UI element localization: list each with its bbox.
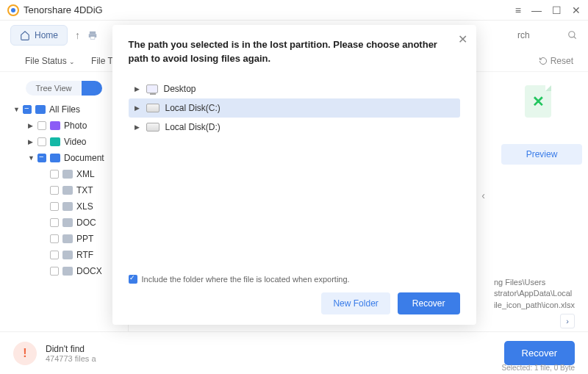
tree-item-rtf[interactable]: RTF xyxy=(0,247,128,263)
tree-item-txt[interactable]: TXT xyxy=(0,182,128,198)
file-path-display: ng Files\Users strator\AppData\Local ile… xyxy=(494,277,575,311)
other-view-tab[interactable] xyxy=(82,81,102,96)
checkbox[interactable] xyxy=(23,105,32,114)
dialog-buttons: New Folder Recover xyxy=(129,292,460,314)
svg-point-1 xyxy=(11,8,15,12)
preview-panel: ✕ Preview xyxy=(501,85,575,165)
next-page-button[interactable]: › xyxy=(560,314,575,328)
close-icon[interactable]: ✕ xyxy=(458,32,467,46)
caret-right-icon[interactable]: ▶ xyxy=(135,104,140,112)
svg-rect-2 xyxy=(90,32,96,35)
drive-icon xyxy=(146,123,159,132)
tree-view-tab[interactable]: Tree View xyxy=(26,81,82,96)
home-label: Home xyxy=(35,30,58,40)
new-folder-button[interactable]: New Folder xyxy=(321,292,390,314)
checkbox[interactable] xyxy=(37,137,46,146)
collapse-icon[interactable]: ‹ xyxy=(481,190,485,201)
caret-right-icon[interactable]: ▶ xyxy=(135,123,140,131)
reset-icon xyxy=(539,57,548,65)
reset-button[interactable]: Reset xyxy=(539,56,573,66)
desktop-icon xyxy=(146,84,158,93)
svg-point-5 xyxy=(569,32,575,37)
checkbox[interactable] xyxy=(50,218,59,227)
svg-rect-4 xyxy=(90,37,95,40)
include-folder-option[interactable]: Include the folder where the file is loc… xyxy=(129,275,460,284)
tree-item-xls[interactable]: XLS xyxy=(0,198,128,215)
tree-item-document[interactable]: ▼ Document xyxy=(0,150,128,166)
app-title: Tenorshare 4DDiG xyxy=(24,4,103,15)
search-box[interactable] xyxy=(517,30,578,40)
print-icon[interactable] xyxy=(87,30,98,40)
maximize-icon[interactable]: ☐ xyxy=(552,4,562,16)
excel-file-icon: ✕ xyxy=(525,85,551,118)
search-input[interactable] xyxy=(517,30,562,40)
path-list: ▶ Desktop ▶ Local Disk(C:) ▶ Local Disk(… xyxy=(129,79,460,137)
checkbox[interactable] xyxy=(50,186,59,195)
close-window-icon[interactable]: ✕ xyxy=(572,4,581,16)
checkbox[interactable] xyxy=(50,267,59,276)
checkbox-checked[interactable] xyxy=(129,275,137,284)
footer: ! Didn't find 474773 files a Recover xyxy=(0,331,588,374)
folder-icon xyxy=(50,154,60,162)
drive-icon xyxy=(146,104,159,112)
titlebar: Tenorshare 4DDiG ≡ — ☐ ✕ xyxy=(0,0,588,21)
tree-root[interactable]: ▼ All Files xyxy=(0,101,128,118)
tree-item-photo[interactable]: ▶ Photo xyxy=(0,118,128,134)
folder-icon xyxy=(50,137,60,146)
path-option-drive-c[interactable]: ▶ Local Disk(C:) xyxy=(129,98,460,118)
filter-file-type[interactable]: File T xyxy=(91,56,113,66)
tree-item-docx[interactable]: DOCX xyxy=(0,263,128,279)
selection-summary: Selected: 1 file, 0 Byte xyxy=(501,364,575,372)
tree-item-xml[interactable]: XML xyxy=(0,166,128,182)
caret-right-icon[interactable]: ▶ xyxy=(135,85,140,93)
view-toggle[interactable]: Tree View xyxy=(0,81,128,96)
tree-item-doc[interactable]: DOC xyxy=(0,215,128,231)
filter-file-status[interactable]: File Status ⌄ xyxy=(25,56,75,66)
window-controls: ≡ — ☐ ✕ xyxy=(515,4,581,16)
home-button[interactable]: Home xyxy=(10,25,68,46)
caret-right-icon[interactable]: ▶ xyxy=(28,122,34,129)
search-icon[interactable] xyxy=(567,30,578,40)
folder-icon xyxy=(62,218,73,227)
path-option-desktop[interactable]: ▶ Desktop xyxy=(129,79,460,98)
alert-icon: ! xyxy=(13,342,37,365)
tree-item-video[interactable]: ▶ Video xyxy=(0,134,128,150)
checkbox[interactable] xyxy=(37,121,46,130)
path-option-drive-d[interactable]: ▶ Local Disk(D:) xyxy=(129,118,460,137)
footer-message: Didn't find 474773 files a xyxy=(46,344,96,363)
folder-icon xyxy=(62,267,73,276)
dialog-recover-button[interactable]: Recover xyxy=(398,292,460,314)
menu-icon[interactable]: ≡ xyxy=(515,4,521,16)
folder-icon xyxy=(62,170,73,179)
file-tree: ▼ All Files ▶ Photo ▶ Video ▼ xyxy=(0,101,128,279)
folder-icon xyxy=(50,121,60,130)
folder-icon xyxy=(62,251,73,259)
checkbox[interactable] xyxy=(37,154,46,162)
folder-icon xyxy=(35,105,46,114)
checkbox[interactable] xyxy=(50,202,59,211)
preview-button[interactable]: Preview xyxy=(501,144,582,165)
recovery-path-dialog: ✕ The path you selected is in the lost p… xyxy=(112,25,476,325)
folder-icon xyxy=(62,202,73,211)
folder-icon xyxy=(62,186,73,195)
minimize-icon[interactable]: — xyxy=(531,4,542,16)
recover-button[interactable]: Recover xyxy=(504,341,575,365)
home-icon xyxy=(20,30,30,40)
checkbox[interactable] xyxy=(50,234,59,243)
tree-item-ppt[interactable]: PPT xyxy=(0,231,128,247)
sidebar: Tree View ▼ All Files ▶ Photo ▶ Video xyxy=(0,72,129,331)
app-logo-icon xyxy=(7,4,19,16)
checkbox[interactable] xyxy=(50,251,59,259)
caret-right-icon[interactable]: ▶ xyxy=(28,138,34,145)
checkbox[interactable] xyxy=(50,170,59,179)
caret-down-icon[interactable]: ▼ xyxy=(13,106,19,113)
svg-line-6 xyxy=(574,37,576,39)
up-arrow-icon[interactable]: ↑ xyxy=(75,29,80,41)
folder-icon xyxy=(62,234,73,243)
dialog-title: The path you selected is in the lost par… xyxy=(129,38,460,66)
caret-down-icon[interactable]: ▼ xyxy=(28,154,34,162)
